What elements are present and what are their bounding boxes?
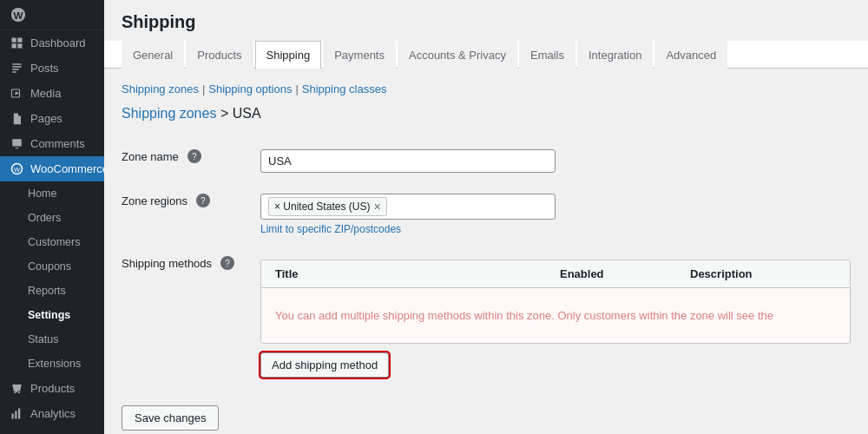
- svg-text:W: W: [14, 166, 21, 174]
- sidebar-item-dashboard[interactable]: Dashboard: [0, 30, 104, 56]
- link-separator-2: |: [295, 82, 298, 95]
- shipping-sub-links: Shipping zones | Shipping options | Ship…: [122, 82, 851, 95]
- sidebar-item-woocommerce-label: WooCommerce: [30, 162, 104, 175]
- sidebar-item-woocommerce[interactable]: W WooCommerce: [0, 156, 104, 181]
- posts-icon: [10, 62, 23, 75]
- main-content: Shipping General Products Shipping Payme…: [104, 0, 868, 434]
- sidebar-item-orders[interactable]: Orders: [0, 206, 104, 230]
- sidebar-item-analytics[interactable]: Analytics: [0, 401, 104, 426]
- shipping-options-link[interactable]: Shipping options: [208, 82, 292, 95]
- sidebar-item-posts[interactable]: Posts: [0, 56, 104, 81]
- pages-icon: [10, 112, 23, 125]
- content-area: Shipping zones | Shipping options | Ship…: [104, 69, 868, 434]
- svg-rect-13: [15, 411, 16, 419]
- settings-tabs: General Products Shipping Payments Accou…: [104, 41, 868, 69]
- methods-col-enabled: Enabled: [546, 260, 676, 287]
- shipping-zones-link[interactable]: Shipping zones: [122, 82, 199, 95]
- svg-point-11: [18, 391, 20, 393]
- svg-point-7: [15, 92, 16, 94]
- sidebar: W Dashboard Posts Media Pages Comments W…: [0, 0, 104, 434]
- zone-name-label: Zone name ?: [122, 139, 260, 183]
- tab-payments[interactable]: Payments: [323, 41, 396, 69]
- link-separator-1: |: [202, 82, 205, 95]
- sidebar-item-reports-label: Reports: [28, 285, 66, 297]
- sidebar-item-customers-label: Customers: [28, 236, 80, 248]
- sidebar-item-media-label: Media: [30, 87, 61, 100]
- region-tag-us: × United States (US) ×: [268, 197, 387, 216]
- sidebar-item-home[interactable]: Home: [0, 181, 104, 206]
- svg-rect-5: [17, 43, 22, 48]
- tab-integration[interactable]: Integration: [577, 41, 653, 69]
- zone-name-input[interactable]: [260, 149, 556, 173]
- zone-name-help-icon[interactable]: ?: [187, 149, 201, 163]
- sidebar-item-products[interactable]: Products: [0, 376, 104, 401]
- wp-brand: W: [0, 0, 104, 30]
- methods-col-title: Title: [261, 260, 546, 287]
- sidebar-item-settings-label: Settings: [28, 309, 70, 321]
- sidebar-item-reports[interactable]: Reports: [0, 279, 104, 303]
- analytics-icon: [10, 407, 23, 420]
- methods-col-description: Description: [676, 260, 850, 287]
- svg-point-10: [14, 391, 16, 393]
- sidebar-item-comments[interactable]: Comments: [0, 131, 104, 156]
- sidebar-item-customers[interactable]: Customers: [0, 230, 104, 254]
- shipping-methods-label: Shipping methods ?: [122, 246, 260, 388]
- tab-advanced[interactable]: Advanced: [654, 41, 727, 69]
- sidebar-item-status-label: Status: [28, 333, 58, 345]
- sidebar-item-posts-label: Posts: [30, 62, 59, 75]
- svg-rect-3: [17, 38, 22, 43]
- sidebar-item-status[interactable]: Status: [0, 327, 104, 352]
- settings-form: Zone name ? Zone regions ?: [122, 139, 851, 388]
- zone-regions-row: Zone regions ? × United States (US) × Li…: [122, 183, 851, 246]
- dashboard-icon: [10, 36, 23, 49]
- tab-accounts-privacy[interactable]: Accounts & Privacy: [398, 41, 517, 69]
- shipping-methods-row: Shipping methods ? Title Enabled Descrip…: [122, 246, 851, 388]
- sidebar-item-extensions[interactable]: Extensions: [0, 352, 104, 376]
- zone-regions-label: Zone regions ?: [122, 183, 260, 246]
- svg-rect-12: [12, 414, 14, 419]
- svg-text:W: W: [13, 10, 23, 21]
- sidebar-item-coupons-label: Coupons: [28, 260, 71, 273]
- zone-name-row: Zone name ?: [122, 139, 851, 183]
- zone-regions-field[interactable]: × United States (US) ×: [260, 194, 556, 220]
- tab-shipping[interactable]: Shipping: [255, 41, 322, 69]
- sidebar-item-pages-label: Pages: [30, 112, 62, 125]
- methods-empty-message: You can add multiple shipping methods wi…: [261, 288, 850, 343]
- shipping-classes-link[interactable]: Shipping classes: [302, 82, 387, 95]
- sidebar-item-settings[interactable]: Settings: [0, 303, 104, 327]
- woo-icon: W: [10, 162, 23, 175]
- comments-icon: [10, 137, 23, 150]
- breadcrumb-parent-link[interactable]: Shipping zones: [122, 106, 216, 121]
- shipping-methods-help-icon[interactable]: ?: [220, 256, 234, 270]
- sidebar-item-products-label: Products: [30, 382, 75, 395]
- tab-products[interactable]: Products: [186, 41, 253, 69]
- page-title: Shipping: [104, 0, 868, 41]
- breadcrumb-current: USA: [233, 106, 261, 121]
- sidebar-item-extensions-label: Extensions: [28, 358, 81, 370]
- svg-rect-14: [18, 409, 20, 419]
- wp-icon: W: [10, 7, 26, 23]
- region-tag-remove[interactable]: ×: [373, 200, 380, 214]
- sidebar-item-home-label: Home: [28, 187, 56, 200]
- sidebar-item-dashboard-label: Dashboard: [30, 36, 86, 49]
- add-shipping-method-button[interactable]: Add shipping method: [260, 352, 389, 378]
- save-changes-button[interactable]: Save changes: [122, 405, 219, 431]
- zone-regions-help-icon[interactable]: ?: [196, 194, 210, 207]
- breadcrumb: Shipping zones > USA: [122, 106, 851, 122]
- products-icon: [10, 382, 23, 395]
- sidebar-item-pages[interactable]: Pages: [0, 106, 104, 131]
- tab-emails[interactable]: Emails: [519, 41, 575, 69]
- sidebar-item-marketing[interactable]: Marketing: [0, 426, 104, 434]
- sidebar-item-comments-label: Comments: [30, 137, 85, 150]
- methods-table-header: Title Enabled Description: [261, 260, 850, 288]
- zip-postcodes-link[interactable]: Limit to specific ZIP/postcodes: [260, 223, 851, 235]
- media-icon: [10, 87, 23, 100]
- sidebar-item-media[interactable]: Media: [0, 81, 104, 106]
- sidebar-item-coupons[interactable]: Coupons: [0, 254, 104, 279]
- svg-rect-4: [12, 43, 16, 48]
- tab-general[interactable]: General: [122, 41, 184, 69]
- svg-rect-2: [12, 38, 16, 43]
- breadcrumb-separator: >: [220, 106, 233, 121]
- shipping-methods-table: Title Enabled Description You can add mu…: [260, 260, 851, 344]
- sidebar-item-orders-label: Orders: [28, 212, 61, 224]
